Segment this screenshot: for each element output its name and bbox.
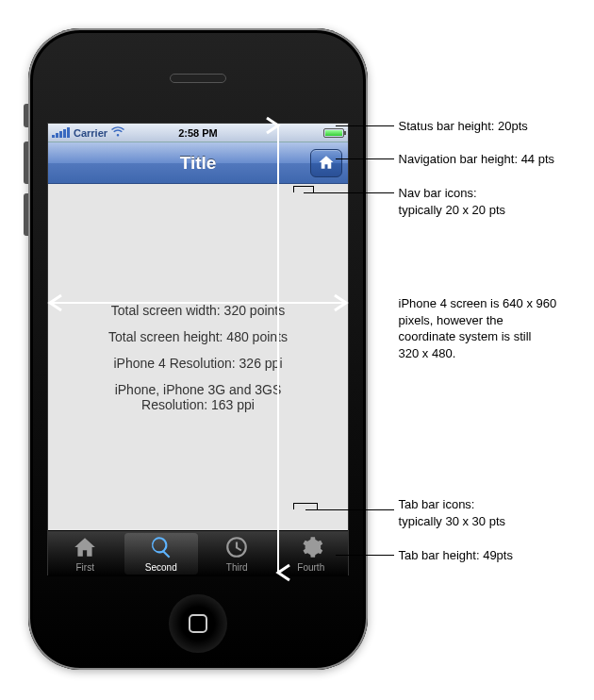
status-bar: Carrier 2:58 PM — [48, 124, 348, 142]
anno-nav-bar: Navigation bar height: 44 pts — [399, 151, 555, 168]
earpiece — [170, 74, 226, 83]
tab-label: Third — [226, 562, 248, 573]
tab-label: First — [76, 562, 94, 573]
tab-first[interactable]: First — [48, 531, 123, 576]
anno-tab-icons: Tab bar icons: typically 30 x 30 pts — [399, 496, 505, 529]
content-area: Total screen width: 320 points Total scr… — [48, 184, 348, 530]
search-icon — [149, 535, 173, 561]
anno-nav-icons: Nav bar icons: typically 20 x 20 pts — [399, 185, 505, 218]
tab-fourth[interactable]: Fourth — [274, 531, 349, 576]
home-button[interactable] — [169, 594, 227, 653]
anno-line — [305, 509, 394, 510]
anno-status-bar: Status bar height: 20pts — [399, 118, 528, 135]
anno-line — [336, 125, 394, 126]
content-line-resold: iPhone, iPhone 3G and 3GS Resolution: 16… — [115, 382, 282, 412]
home-icon — [318, 154, 335, 174]
clock-label: 2:58 PM — [178, 127, 218, 139]
tab-icon-bracket — [293, 503, 318, 509]
anno-line — [304, 192, 394, 193]
navigation-bar: Title — [48, 142, 348, 184]
tab-label: Second — [145, 562, 177, 573]
home-nav-button[interactable] — [310, 149, 342, 177]
anno-screen: iPhone 4 screen is 640 x 960 pixels, how… — [399, 295, 557, 361]
tab-label: Fourth — [297, 562, 324, 573]
tab-third[interactable]: Third — [200, 531, 274, 576]
anno-line — [336, 555, 394, 556]
tab-second[interactable]: Second — [124, 533, 199, 575]
iphone-body: Carrier 2:58 PM Title T — [28, 28, 368, 670]
content-line-width: Total screen width: 320 points — [111, 303, 285, 318]
clock-icon — [224, 535, 249, 561]
battery-icon — [323, 128, 344, 138]
content-line-res4: iPhone 4 Resolution: 326 ppi — [113, 356, 282, 371]
signal-icon — [52, 127, 70, 138]
nav-icon-bracket — [293, 186, 314, 192]
anno-line — [336, 158, 394, 159]
wifi-icon — [111, 126, 124, 139]
carrier-label: Carrier — [74, 127, 107, 139]
tab-bar: First Second Third Fourth — [48, 530, 348, 576]
anno-tab-bar: Tab bar height: 49pts — [399, 547, 513, 564]
home-icon — [73, 535, 97, 561]
gear-icon — [299, 535, 323, 561]
content-line-height: Total screen height: 480 points — [108, 329, 288, 344]
nav-title: Title — [180, 153, 217, 174]
